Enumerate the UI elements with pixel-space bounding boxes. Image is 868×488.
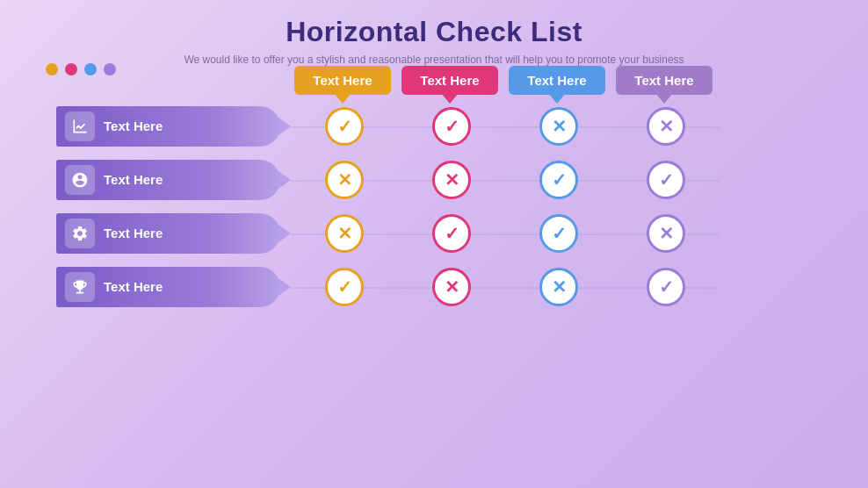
cross-circle: ✕: [539, 268, 578, 306]
checkmark-circle: ✓: [539, 161, 578, 199]
row-text-2: Text Here: [104, 226, 163, 240]
check-cells-1: ✕✕✓✓: [291, 161, 720, 199]
subtitle: We would like to offer you a stylish and…: [184, 54, 684, 66]
cross-circle: ✕: [432, 161, 471, 199]
col-header-4: Text Here: [611, 66, 718, 95]
header-bubble-3: Text Here: [509, 66, 605, 95]
row-label-2: Text Here: [56, 213, 280, 254]
checkmark-circle: ✓: [325, 107, 364, 146]
row-label-3: Text Here: [56, 267, 280, 307]
check-cells-2: ✕✓✓✕: [291, 214, 720, 253]
chart-icon: [65, 111, 95, 141]
check-cell-0-1: ✓: [398, 107, 505, 146]
header-bubble-2: Text Here: [401, 66, 498, 95]
cross-circle: ✕: [325, 214, 364, 253]
check-cell-3-0: ✓: [291, 268, 398, 306]
checkmark-circle: ✓: [647, 161, 685, 199]
check-cell-2-0: ✕: [291, 214, 398, 253]
checklist-row: Text Here✓✕✕✓: [56, 262, 812, 311]
check-cell-0-3: ✕: [612, 107, 720, 146]
page-title: Horizontal Check List: [286, 16, 582, 48]
col-header-2: Text Here: [396, 66, 503, 95]
check-cell-1-1: ✕: [398, 161, 505, 199]
gear-award-icon: [65, 165, 95, 195]
column-headers: Text Here Text Here Text Here Text Here: [289, 66, 812, 95]
checkmark-circle: ✓: [539, 214, 578, 253]
row-text-1: Text Here: [104, 172, 163, 187]
check-cell-1-3: ✓: [612, 161, 720, 199]
row-label-0: Text Here: [56, 106, 280, 147]
cross-circle: ✕: [325, 161, 364, 199]
check-cell-3-1: ✕: [398, 268, 505, 306]
cross-circle: ✕: [539, 107, 578, 146]
cross-circle: ✕: [647, 107, 685, 146]
check-cell-0-2: ✕: [505, 107, 612, 146]
check-cell-2-3: ✕: [612, 214, 720, 253]
checkmark-circle: ✓: [432, 107, 471, 146]
checkmark-circle: ✓: [432, 214, 471, 253]
check-cells-0: ✓✓✕✕: [291, 107, 720, 146]
check-cell-1-2: ✓: [505, 161, 612, 199]
row-label-1: Text Here: [56, 160, 280, 200]
checklist-row: Text Here✓✓✕✕: [56, 102, 812, 150]
checklist-row: Text Here✕✕✓✓: [56, 155, 812, 204]
page: Horizontal Check List We would like to o…: [0, 0, 868, 488]
check-cell-3-2: ✕: [505, 268, 612, 306]
cross-circle: ✕: [647, 214, 685, 253]
checklist-row: Text Here✕✓✓✕: [56, 209, 812, 257]
checkmark-circle: ✓: [325, 268, 364, 306]
check-cell-2-1: ✓: [398, 214, 505, 253]
checkmark-circle: ✓: [647, 268, 685, 306]
check-cell-3-3: ✓: [612, 268, 720, 306]
cross-circle: ✕: [432, 268, 471, 306]
col-header-3: Text Here: [503, 66, 611, 95]
header-bubble-4: Text Here: [616, 66, 712, 95]
check-cell-1-0: ✕: [291, 161, 398, 199]
rows-area: Text Here✓✓✕✕Text Here✕✕✓✓Text Here✕✓✓✕T…: [56, 102, 812, 311]
row-text-0: Text Here: [104, 118, 163, 133]
trophy-icon: [65, 272, 95, 302]
check-cell-0-0: ✓: [291, 107, 398, 146]
gears-icon: [65, 219, 95, 248]
col-header-1: Text Here: [289, 66, 396, 95]
check-cell-2-2: ✓: [505, 214, 612, 253]
check-cells-3: ✓✕✕✓: [291, 268, 720, 306]
header-bubble-1: Text Here: [294, 66, 391, 95]
main-content: Text Here Text Here Text Here Text Here …: [56, 66, 812, 311]
row-text-3: Text Here: [104, 279, 163, 294]
